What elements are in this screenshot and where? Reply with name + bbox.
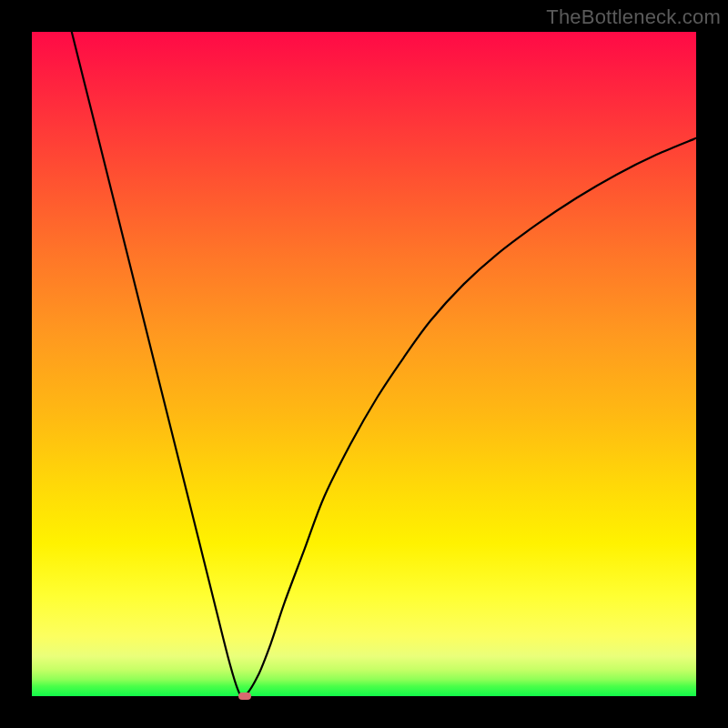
minimum-marker: [238, 693, 251, 700]
plot-area: [32, 32, 696, 696]
watermark-text: TheBottleneck.com: [546, 5, 721, 29]
chart-frame: TheBottleneck.com: [0, 0, 728, 728]
bottleneck-curve: [32, 32, 696, 696]
